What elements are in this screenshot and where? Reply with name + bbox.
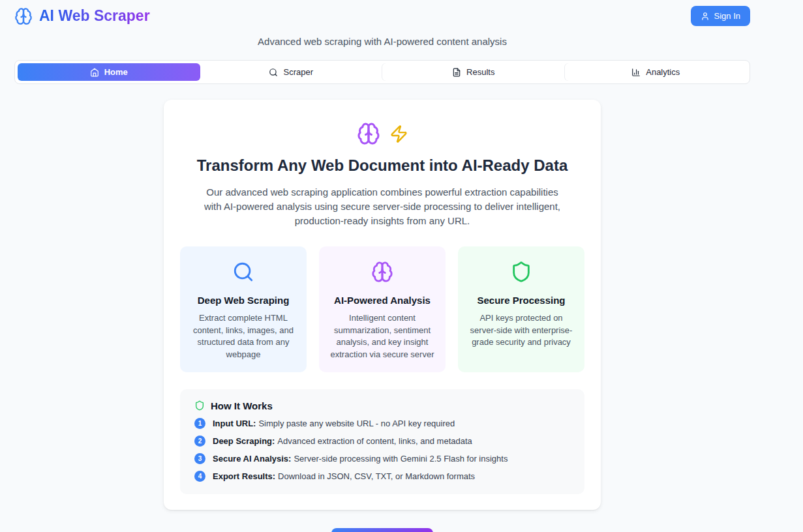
tab-results-label: Results [466, 67, 494, 77]
tab-home[interactable]: Home [18, 63, 200, 81]
brain-icon [328, 261, 436, 283]
feature-description: API keys protected on server-side with e… [467, 312, 575, 348]
feature-description: Intelligent content summarization, senti… [328, 312, 436, 361]
how-it-works-title: How It Works [211, 400, 273, 411]
start-scraping-button[interactable]: Start Scraping [331, 528, 434, 532]
step-text: Secure AI Analysis:Server-side processin… [213, 454, 508, 464]
tab-bar: Home Scraper Results [14, 60, 750, 84]
step-export-results: 4 Export Results:Download in JSON, CSV, … [194, 471, 570, 482]
shield-icon [194, 400, 205, 411]
step-number-badge: 2 [194, 436, 205, 447]
document-icon [452, 68, 461, 77]
tab-analytics-label: Analytics [646, 67, 680, 77]
lightning-icon [389, 125, 408, 143]
step-number-badge: 4 [194, 471, 205, 482]
bar-chart-icon [631, 68, 641, 77]
tab-home-label: Home [104, 67, 128, 77]
step-number-badge: 3 [194, 453, 205, 464]
step-text: Input URL:Simply paste any website URL -… [213, 419, 455, 428]
shield-icon [467, 261, 575, 283]
hero-description: Our advanced web scraping application co… [197, 185, 568, 228]
how-it-works-header: How It Works [194, 400, 570, 411]
app-title: AI Web Scraper [39, 7, 150, 25]
feature-title: Deep Web Scraping [189, 295, 297, 306]
tab-scraper-label: Scraper [283, 67, 313, 77]
search-icon [269, 68, 278, 77]
how-it-works-section: How It Works 1 Input URL:Simply paste an… [180, 389, 584, 494]
hero-card: Transform Any Web Document into AI-Ready… [164, 100, 601, 510]
home-icon [90, 68, 99, 77]
feature-card-deep-web-scraping: Deep Web Scraping Extract complete HTML … [180, 246, 307, 372]
step-number-badge: 1 [194, 418, 205, 429]
brain-logo-icon [14, 7, 33, 25]
feature-title: Secure Processing [467, 295, 575, 306]
feature-card-ai-powered-analysis: AI-Powered Analysis Intelligent content … [319, 246, 446, 372]
app-logo: AI Web Scraper [14, 7, 150, 25]
search-icon [189, 261, 297, 283]
hero-icons [180, 122, 584, 145]
brain-icon [357, 122, 380, 145]
step-secure-ai-analysis: 3 Secure AI Analysis:Server-side process… [194, 453, 570, 464]
feature-title: AI-Powered Analysis [328, 295, 436, 306]
content-container: AI Web Scraper Sign In Advanced web scra… [14, 0, 750, 532]
tab-scraper[interactable]: Scraper [200, 63, 383, 81]
feature-card-secure-processing: Secure Processing API keys protected on … [458, 246, 584, 372]
step-text: Deep Scraping:Advanced extraction of con… [213, 436, 472, 446]
hero-title: Transform Any Web Document into AI-Ready… [180, 156, 584, 175]
sign-in-label: Sign In [714, 11, 740, 21]
feature-grid: Deep Web Scraping Extract complete HTML … [180, 246, 584, 372]
how-it-works-steps: 1 Input URL:Simply paste any website URL… [194, 418, 570, 482]
app-subtitle: Advanced web scraping with AI-powered co… [14, 36, 750, 47]
tab-analytics[interactable]: Analytics [565, 63, 748, 81]
step-deep-scraping: 2 Deep Scraping:Advanced extraction of c… [194, 436, 570, 447]
user-icon [701, 12, 710, 21]
step-text: Export Results:Download in JSON, CSV, TX… [213, 471, 475, 481]
step-input-url: 1 Input URL:Simply paste any website URL… [194, 418, 570, 429]
tab-results[interactable]: Results [382, 63, 565, 81]
sign-in-button[interactable]: Sign In [691, 6, 750, 26]
app-header: AI Web Scraper Sign In [14, 0, 750, 26]
feature-description: Extract complete HTML content, links, im… [189, 312, 297, 361]
